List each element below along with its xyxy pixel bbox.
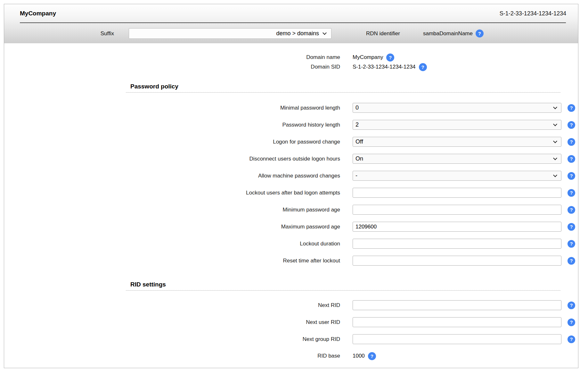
form-row: Maximum password age ?	[4, 222, 578, 232]
title-divider	[20, 22, 566, 23]
domain-sid-row: Domain SID S-1-2-33-1234-1234-1234 ?	[4, 62, 578, 72]
help-icon[interactable]: ?	[568, 104, 575, 112]
disconnect-users-outside-logon-hours-select[interactable]: On	[353, 154, 561, 164]
field-label: Minimal password length	[4, 105, 340, 111]
minimal-password-length-select[interactable]: 0	[353, 103, 561, 113]
section-title-rid-settings: RID settings	[126, 281, 560, 291]
rid-base-value: 1000	[353, 353, 365, 359]
next-user-rid-input[interactable]	[353, 317, 561, 327]
form-row: Reset time after lockout ?	[4, 256, 578, 266]
header: MyCompany S-1-2-33-1234-1234-1234 Suffix…	[4, 4, 578, 43]
field-label: Domain SID	[4, 64, 340, 70]
lockout-users-after-bad-logon-attempts-input[interactable]	[353, 188, 561, 198]
samba-domain-page: MyCompany S-1-2-33-1234-1234-1234 Suffix…	[4, 4, 578, 368]
help-icon[interactable]: ?	[568, 189, 575, 197]
help-icon[interactable]: ?	[568, 240, 575, 248]
help-icon[interactable]: ?	[568, 223, 575, 231]
rdn-identifier-label: RDN identifier	[366, 28, 400, 39]
help-icon[interactable]: ?	[568, 155, 575, 163]
chevron-down-icon	[553, 122, 557, 126]
chevron-down-icon	[553, 173, 557, 177]
help-icon[interactable]: ?	[386, 54, 394, 62]
field-label: Next user RID	[4, 319, 340, 326]
form-row: Lockout users after bad logon attempts ?	[4, 188, 578, 198]
main-content: Domain name MyCompany ? Domain SID S-1-2…	[4, 43, 578, 368]
suffix-select-value: demo > domains	[276, 30, 319, 37]
form-row: Next user RID ?	[4, 317, 578, 327]
help-icon[interactable]: ?	[568, 138, 575, 146]
allow-machine-password-changes-select[interactable]: -	[353, 171, 561, 181]
chevron-down-icon	[323, 31, 327, 35]
form-row: Disconnect users outside logon hours On …	[4, 154, 578, 164]
reset-time-after-lockout-input[interactable]	[353, 256, 561, 266]
form-row: Logon for password change Off ?	[4, 137, 578, 147]
password-history-length-select[interactable]: 2	[353, 120, 561, 130]
chevron-down-icon	[553, 139, 557, 143]
field-label: Reset time after lockout	[4, 258, 340, 264]
field-label: Maximum password age	[4, 224, 340, 230]
field-label: Lockout users after bad logon attempts	[4, 190, 340, 196]
form-row: Minimal password length 0 ?	[4, 103, 578, 113]
suffix-select[interactable]: demo > domains	[129, 28, 331, 39]
field-label: Logon for password change	[4, 139, 340, 145]
help-icon[interactable]: ?	[368, 352, 376, 360]
help-icon[interactable]: ?	[568, 257, 575, 265]
rdn-value-text: sambaDomainName	[423, 30, 473, 37]
form-row: Minimum password age ?	[4, 205, 578, 215]
logon-for-password-change-select[interactable]: Off	[353, 137, 561, 147]
suffix-label: Suffix	[4, 28, 114, 39]
domain-sid-value: S-1-2-33-1234-1234-1234	[353, 64, 416, 70]
next-group-rid-input[interactable]	[353, 334, 561, 344]
page-title: MyCompany	[20, 10, 56, 17]
chevron-down-icon	[553, 105, 557, 109]
chevron-down-icon	[553, 156, 557, 160]
title-bar: MyCompany S-1-2-33-1234-1234-1234	[4, 4, 578, 23]
field-label: Lockout duration	[4, 241, 340, 247]
field-label: RID base	[4, 353, 340, 359]
help-icon[interactable]: ?	[568, 172, 575, 180]
maximum-password-age-input[interactable]	[353, 222, 561, 232]
form-row: Lockout duration ?	[4, 239, 578, 249]
next-rid-input[interactable]	[353, 300, 561, 310]
help-icon[interactable]: ?	[419, 63, 427, 71]
field-label: Password history length	[4, 122, 340, 128]
field-label: Domain name	[4, 54, 340, 61]
lockout-duration-input[interactable]	[353, 239, 561, 249]
field-label: Next RID	[4, 302, 340, 309]
form-row: Allow machine password changes - ?	[4, 171, 578, 181]
help-icon[interactable]: ?	[568, 121, 575, 129]
domain-sid-header: S-1-2-33-1234-1234-1234	[500, 10, 566, 17]
help-icon[interactable]: ?	[568, 318, 575, 326]
field-label: Allow machine password changes	[4, 173, 340, 179]
form-row: Next RID ?	[4, 300, 578, 310]
help-icon[interactable]: ?	[476, 29, 484, 37]
field-label: Next group RID	[4, 336, 340, 343]
section-title-password-policy: Password policy	[126, 83, 560, 93]
field-label: Disconnect users outside logon hours	[4, 156, 340, 162]
minimum-password-age-input[interactable]	[353, 205, 561, 215]
field-label: Minimum password age	[4, 207, 340, 213]
help-icon[interactable]: ?	[568, 302, 575, 309]
help-icon[interactable]: ?	[568, 206, 575, 214]
form-row: Password history length 2 ?	[4, 120, 578, 130]
domain-name-row: Domain name MyCompany ?	[4, 53, 578, 62]
domain-name-value: MyCompany	[353, 54, 383, 61]
form-row: Next group RID ?	[4, 334, 578, 344]
rid-base-row: RID base 1000 ?	[4, 351, 578, 361]
help-icon[interactable]: ?	[568, 335, 575, 343]
rdn-identifier-value: sambaDomainName ?	[423, 28, 484, 39]
